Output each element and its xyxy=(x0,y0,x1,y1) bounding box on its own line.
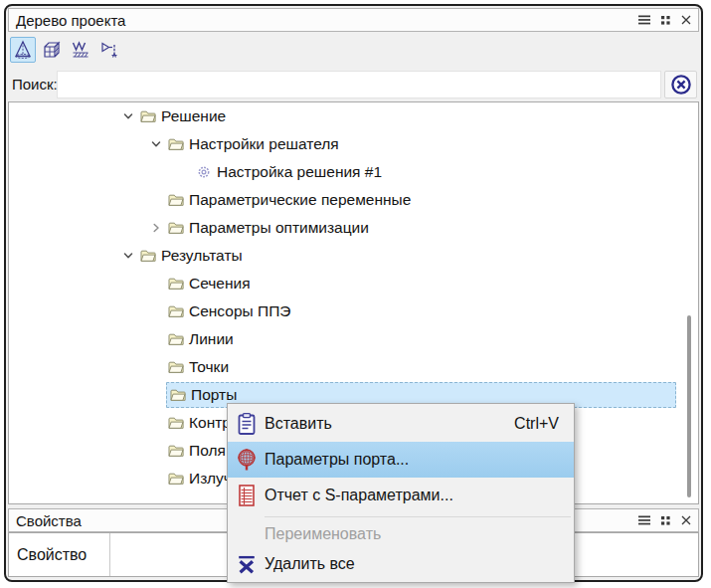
folder-icon xyxy=(166,275,186,293)
discrete-port-icon[interactable] xyxy=(96,37,122,63)
wire-plot-icon[interactable] xyxy=(68,37,93,63)
column-header-property: Свойство xyxy=(9,533,110,576)
folder-icon xyxy=(166,414,186,432)
menu-item-label: Удалить все xyxy=(265,555,355,573)
chevron-spacer xyxy=(146,274,166,294)
gear-icon xyxy=(194,163,214,181)
view-toolbar xyxy=(10,35,122,65)
chevron-right-icon[interactable] xyxy=(146,218,166,238)
dots-grid-icon[interactable] xyxy=(661,516,670,525)
menu-item-s-param-report[interactable]: Отчет с S-параметрами... xyxy=(228,478,574,513)
tree-item-parametric-variables[interactable]: Параметрические переменные xyxy=(9,186,698,214)
clear-search-button[interactable] xyxy=(664,71,697,98)
folder-icon xyxy=(166,470,186,488)
close-icon[interactable] xyxy=(681,15,691,25)
menu-item-paste[interactable]: Вставить Ctrl+V xyxy=(228,406,574,442)
tree-item-solution-setup-1[interactable]: Настройка решения #1 xyxy=(9,158,698,186)
tree-item-points[interactable]: Точки xyxy=(9,353,698,381)
tree-item-label: Параметрические переменные xyxy=(189,191,411,209)
mesh-cube-icon[interactable] xyxy=(39,37,65,63)
panel-title: Свойства xyxy=(16,512,82,529)
tree-item-label: Сечения xyxy=(189,275,251,293)
menu-item-delete-all[interactable]: Удалить все xyxy=(228,548,574,580)
chevron-spacer xyxy=(146,357,166,377)
search-label: Поиск: xyxy=(12,71,58,98)
dots-grid-icon[interactable] xyxy=(661,16,670,25)
tree-item-solution[interactable]: Решение xyxy=(9,102,698,130)
menu-item-label: Отчет с S-параметрами... xyxy=(265,487,453,504)
menu-lines-icon[interactable] xyxy=(638,515,650,525)
tree-item-results[interactable]: Результаты xyxy=(9,242,698,270)
menu-lines-icon[interactable] xyxy=(638,15,650,25)
folder-icon xyxy=(168,386,188,404)
tree-item-optimization-params[interactable]: Параметры оптимизации xyxy=(9,214,698,242)
folder-icon xyxy=(166,191,186,209)
tree-item-ppe-sensors[interactable]: Сенсоры ППЭ xyxy=(9,297,698,325)
chevron-spacer xyxy=(146,469,166,489)
port-sphere-icon xyxy=(228,448,265,472)
folder-icon xyxy=(138,247,158,265)
chevron-down-icon[interactable] xyxy=(118,246,138,266)
tree-item-label: Настройка решения #1 xyxy=(217,163,382,181)
chevron-spacer xyxy=(146,441,166,461)
tree-item-label: Точки xyxy=(189,358,229,376)
tree-item-label: Параметры оптимизации xyxy=(189,219,369,237)
tree-item-solver-settings[interactable]: Настройки решателя xyxy=(9,130,698,158)
tree-item-label: Сенсоры ППЭ xyxy=(189,302,290,320)
menu-separator xyxy=(265,516,571,517)
delete-all-icon xyxy=(228,553,265,575)
tree-item-lines[interactable]: Линии xyxy=(9,325,698,353)
folder-icon xyxy=(166,442,186,460)
context-menu: Вставить Ctrl+V Параметры порта... Отчет… xyxy=(227,403,575,583)
shortcut-label: Ctrl+V xyxy=(514,415,559,433)
project-tree-header: Дерево проекта xyxy=(8,8,699,32)
folder-icon xyxy=(166,358,186,376)
tree-item-label: Порты xyxy=(191,386,237,404)
menu-item-label: Вставить xyxy=(265,415,332,433)
chevron-spacer xyxy=(174,162,194,182)
tree-item-label: Поля xyxy=(189,442,226,460)
clipboard-icon xyxy=(228,412,265,436)
panel-title: Дерево проекта xyxy=(16,12,125,29)
tree-item-label: Линии xyxy=(189,330,234,348)
tree-item-label: Результаты xyxy=(161,247,243,265)
tetrahedron-icon[interactable] xyxy=(10,37,36,63)
folder-icon xyxy=(166,219,186,237)
search-input[interactable] xyxy=(57,71,661,98)
tree-item-label: Настройки решателя xyxy=(189,135,339,153)
chevron-spacer xyxy=(146,385,166,405)
chevron-down-icon[interactable] xyxy=(146,134,166,154)
chevron-spacer xyxy=(146,301,166,321)
circled-x-icon xyxy=(670,74,692,96)
folder-icon xyxy=(166,330,186,348)
chevron-down-icon[interactable] xyxy=(118,106,138,126)
chevron-spacer xyxy=(146,329,166,349)
tree-item-sections[interactable]: Сечения xyxy=(9,270,698,297)
chevron-spacer xyxy=(146,190,166,210)
menu-item-port-parameters[interactable]: Параметры порта... xyxy=(228,442,574,478)
tree-scrollbar-thumb[interactable] xyxy=(687,315,691,497)
folder-icon xyxy=(138,107,158,125)
menu-item-rename: Переименовать xyxy=(228,520,574,548)
folder-icon xyxy=(166,135,186,153)
tree-item-label: Решение xyxy=(161,107,226,125)
chevron-spacer xyxy=(146,413,166,433)
menu-item-label: Переименовать xyxy=(265,525,381,543)
menu-item-label: Параметры порта... xyxy=(265,451,409,469)
s-param-report-icon xyxy=(228,484,265,507)
folder-icon xyxy=(166,302,186,320)
close-icon[interactable] xyxy=(681,515,691,525)
